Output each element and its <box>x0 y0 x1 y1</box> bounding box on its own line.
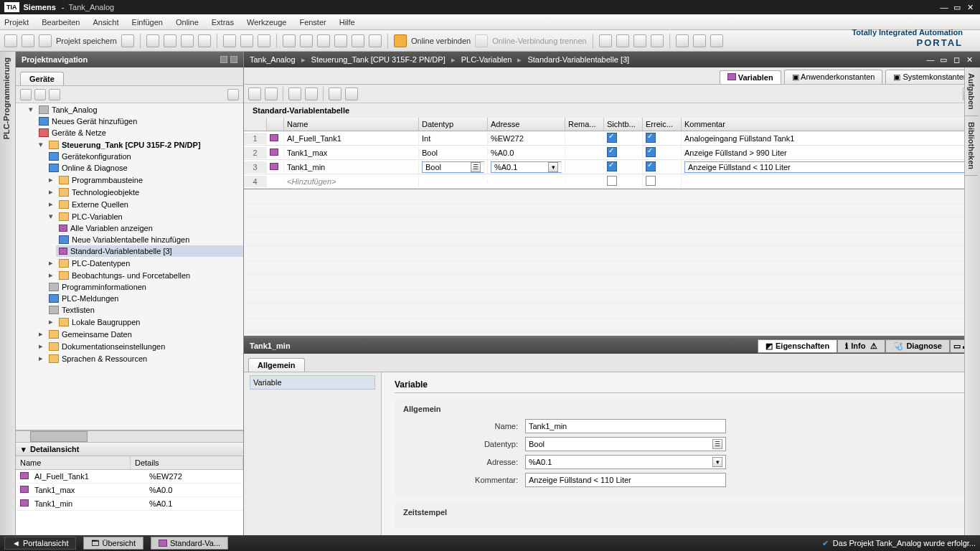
visible-checkbox[interactable] <box>607 133 617 143</box>
tree-docset[interactable]: Dokumentationseinstellungen <box>62 342 165 351</box>
stop-icon[interactable] <box>369 34 382 47</box>
portal-view-button[interactable]: ◄ Portalansicht <box>4 537 76 550</box>
crumb[interactable]: Steuerung_Tank [CPU 315F-2 PN/DP] <box>311 55 446 64</box>
tree-allvars[interactable]: Alle Variablen anzeigen <box>70 224 153 232</box>
subtab-sysconst[interactable]: ▣ Systemkonstanten <box>885 70 976 84</box>
menu-online[interactable]: Online <box>176 18 199 27</box>
go-online-label[interactable]: Online verbinden <box>411 37 471 45</box>
dropdown-icon[interactable]: ▾ <box>548 162 558 172</box>
dropdown-icon[interactable]: ▾ <box>712 457 722 467</box>
monitor-icon[interactable] <box>345 88 358 100</box>
editor-close-icon[interactable]: ✕ <box>964 55 974 65</box>
left-rail[interactable]: PLC-Programmierung <box>0 52 16 535</box>
detail-row[interactable]: AI_Fuell_Tank1%EW272 <box>16 470 243 484</box>
tree-plcvars[interactable]: PLC-Variablen <box>72 212 123 221</box>
subtab-userconst[interactable]: ▣ Anwenderkonstanten <box>784 70 883 84</box>
editor-minimize-icon[interactable]: — <box>925 55 936 65</box>
menu-einfuegen[interactable]: Einfügen <box>132 18 163 27</box>
detail-row[interactable]: Tank1_min%A0.1 <box>16 497 243 511</box>
nav-fwd-icon[interactable] <box>49 89 60 100</box>
tab-geraete[interactable]: Geräte <box>20 72 64 85</box>
menu-ansicht[interactable]: Ansicht <box>93 18 118 27</box>
cut-icon[interactable] <box>146 34 159 47</box>
accessible-checkbox[interactable] <box>646 133 656 143</box>
import-icon[interactable] <box>305 88 318 100</box>
copy-icon[interactable] <box>164 34 176 47</box>
overview-button[interactable]: 🗔 Übersicht <box>83 537 143 550</box>
input-addr[interactable]: %A0.1▾ <box>525 455 726 469</box>
nav-collapse-icon[interactable] <box>220 56 227 63</box>
subtab-variablen[interactable]: Variablen <box>720 70 781 84</box>
nav-back-icon[interactable] <box>34 89 46 100</box>
tree-plctypes[interactable]: PLC-Datentypen <box>72 259 130 268</box>
rename-icon[interactable] <box>329 88 341 100</box>
menu-projekt[interactable]: Projekt <box>4 18 29 27</box>
insert-row-icon[interactable] <box>248 88 261 100</box>
tree-textlists[interactable]: Textlisten <box>62 306 95 314</box>
stdva-button[interactable]: Standard-Va... <box>151 537 228 550</box>
visible-checkbox[interactable] <box>607 147 617 157</box>
tree-watchforce[interactable]: Beobachtungs- und Forcetabellen <box>72 271 190 280</box>
dropdown-icon[interactable]: ☰ <box>471 162 481 172</box>
tree-devconf[interactable]: Gerätekonfiguration <box>62 152 131 161</box>
tree-extsrc[interactable]: Externe Quellen <box>72 200 128 209</box>
tree-langres[interactable]: Sprachen & Ressourcen <box>62 354 147 363</box>
delete-icon[interactable] <box>198 34 211 47</box>
col-type[interactable]: Datentyp <box>419 118 488 131</box>
table-row[interactable]: 2 Tank1_max Bool %A0.0 Anzeige Füllstand… <box>244 146 980 160</box>
project-tree[interactable]: ▾Tank_Analog Neues Gerät hinzufügen Gerä… <box>16 103 243 430</box>
sim-icon[interactable] <box>334 34 347 47</box>
menu-extras[interactable]: Extras <box>212 18 234 27</box>
editor-restore-icon[interactable]: ▭ <box>938 55 948 65</box>
rail-aufgaben[interactable]: Aufgaben <box>965 67 978 116</box>
editor-maximize-icon[interactable]: ◻ <box>951 55 961 65</box>
undo-icon[interactable] <box>223 34 236 47</box>
visible-checkbox[interactable] <box>607 161 617 171</box>
minimize-icon[interactable]: — <box>938 3 950 12</box>
layout1-icon[interactable] <box>633 34 646 47</box>
col-rem[interactable]: Rema... <box>565 118 604 131</box>
layout2-icon[interactable] <box>651 34 664 47</box>
maximize-icon[interactable]: ▭ <box>951 3 963 12</box>
rail-bibliotheken[interactable]: Bibliotheken <box>965 116 978 176</box>
upload-icon[interactable] <box>317 34 330 47</box>
tree-networks[interactable]: Geräte & Netze <box>52 128 106 137</box>
paste-icon[interactable] <box>181 34 194 47</box>
type-input[interactable]: Bool☰ <box>422 161 484 173</box>
menu-fenster[interactable]: Fenster <box>299 18 326 27</box>
dropdown-icon[interactable]: ☰ <box>712 439 722 449</box>
print-icon[interactable] <box>121 34 134 47</box>
insp-side-variable[interactable]: Variable <box>250 375 375 390</box>
window3-icon[interactable] <box>710 34 723 47</box>
window2-icon[interactable] <box>693 34 706 47</box>
input-name[interactable]: Tank1_min <box>525 419 726 433</box>
accessible-checkbox[interactable] <box>646 147 656 157</box>
open-project-icon[interactable] <box>22 34 34 47</box>
input-type[interactable]: Bool☰ <box>525 437 726 451</box>
col-addr[interactable]: Adresse <box>488 118 565 131</box>
tree-newtable[interactable]: Neue Variablentabelle hinzufügen <box>72 235 189 244</box>
detail-col-name[interactable]: Name <box>16 456 131 469</box>
col-com[interactable]: Kommentar <box>682 118 980 131</box>
insp-subtab-allgemein[interactable]: Allgemein <box>248 358 305 372</box>
download-icon[interactable] <box>300 34 313 47</box>
detail-header[interactable]: ▾Detailansicht <box>16 442 243 456</box>
crumb[interactable]: PLC-Variablen <box>461 55 512 64</box>
tree-localmods[interactable]: Lokale Baugruppen <box>72 318 140 326</box>
insp-tab-info[interactable]: ℹ Info ⚠ <box>837 339 885 353</box>
crumb[interactable]: Tank_Analog <box>250 55 296 64</box>
input-comment[interactable]: Anzeige Füllstand < 110 Liter <box>525 473 726 487</box>
go-online-icon[interactable] <box>394 34 407 47</box>
detail-row[interactable]: Tank1_max%A0.0 <box>16 484 243 497</box>
export-icon[interactable] <box>288 88 301 100</box>
tree-stdtable[interactable]: Standard-Variablentabelle [3] <box>70 247 172 255</box>
start-icon[interactable] <box>352 34 364 47</box>
visible-checkbox[interactable] <box>607 176 617 186</box>
refresh-icon[interactable] <box>258 34 270 47</box>
table-row-selected[interactable]: 3 Tank1_min Bool☰ %A0.1▾ Anzeige Füllsta… <box>244 160 980 174</box>
insp-tab-diagnose[interactable]: 🩺 Diagnose <box>885 339 950 353</box>
nav-expand-icon[interactable] <box>20 89 32 100</box>
detail-col-details[interactable]: Details <box>131 456 243 469</box>
accessible-checkbox[interactable] <box>646 176 656 186</box>
addr-input[interactable]: %A0.1▾ <box>491 161 562 173</box>
